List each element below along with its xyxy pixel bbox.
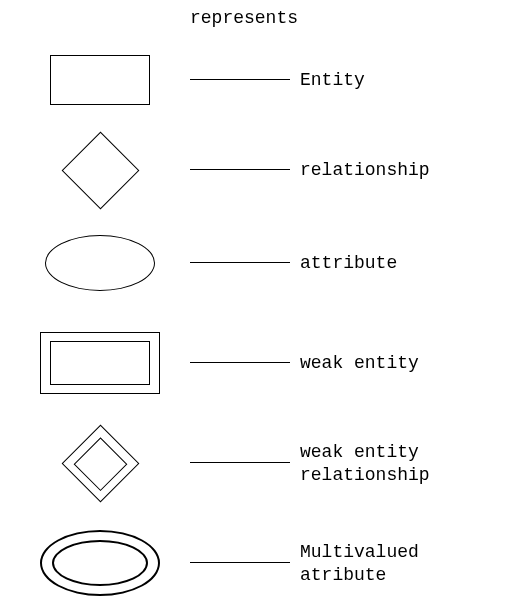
double-rectangle-icon (40, 332, 160, 394)
legend-row: relationship (0, 125, 530, 215)
legend-row: weak entityrelationship (0, 418, 530, 508)
legend-row: Entity (0, 35, 530, 125)
legend-label: attribute (300, 252, 520, 275)
legend-label: relationship (300, 159, 520, 182)
connector-line (190, 462, 290, 463)
symbol-double-ellipse (30, 518, 170, 608)
rectangle-icon (50, 55, 150, 105)
symbol-ellipse (30, 218, 170, 308)
double-ellipse-inner-icon (52, 540, 148, 586)
connector-line (190, 562, 290, 563)
double-diamond-icon (61, 424, 139, 502)
connector-line (190, 169, 290, 170)
legend-row: weak entity (0, 318, 530, 408)
symbol-double-diamond (30, 418, 170, 508)
legend-label: Entity (300, 69, 520, 92)
double-ellipse-icon (40, 530, 160, 596)
connector-line (190, 79, 290, 80)
symbol-double-rectangle (30, 318, 170, 408)
header-represents: represents (190, 8, 298, 28)
legend-label: weak entityrelationship (300, 441, 520, 486)
symbol-diamond (30, 125, 170, 215)
legend-row: Multivaluedatribute (0, 518, 530, 608)
connector-line (190, 262, 290, 263)
symbol-rectangle (30, 35, 170, 125)
double-diamond-inner-icon (73, 436, 127, 490)
connector-line (190, 362, 290, 363)
ellipse-icon (45, 235, 155, 291)
legend-row: attribute (0, 218, 530, 308)
legend-label: Multivaluedatribute (300, 541, 520, 586)
diamond-icon (61, 131, 139, 209)
legend-label: weak entity (300, 352, 520, 375)
double-rectangle-inner-icon (50, 341, 150, 385)
